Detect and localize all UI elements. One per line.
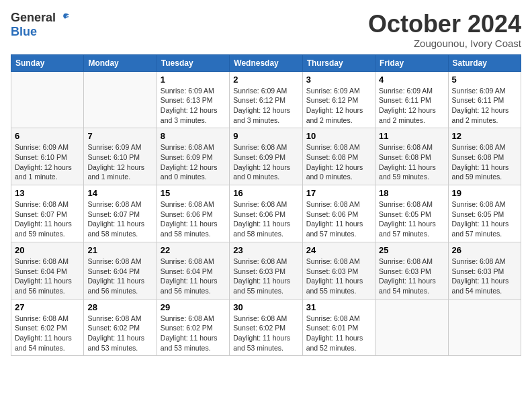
calendar-cell: 22Sunrise: 6:08 AM Sunset: 6:04 PM Dayli… [157,242,229,299]
calendar-cell: 29Sunrise: 6:08 AM Sunset: 6:02 PM Dayli… [157,299,229,356]
day-detail: Sunrise: 6:08 AM Sunset: 6:03 PM Dayligh… [452,257,517,296]
calendar-cell: 7Sunrise: 6:09 AM Sunset: 6:10 PM Daylig… [84,128,157,185]
day-detail: Sunrise: 6:09 AM Sunset: 6:10 PM Dayligh… [15,142,80,182]
day-detail: Sunrise: 6:08 AM Sunset: 6:02 PM Dayligh… [161,314,226,353]
day-number: 26 [452,245,517,255]
day-number: 25 [379,245,444,255]
day-number: 14 [87,188,152,198]
calendar-cell: 18Sunrise: 6:08 AM Sunset: 6:05 PM Dayli… [375,185,448,242]
calendar-week-row: 20Sunrise: 6:08 AM Sunset: 6:04 PM Dayli… [11,242,521,299]
day-detail: Sunrise: 6:08 AM Sunset: 6:06 PM Dayligh… [233,199,298,239]
day-detail: Sunrise: 6:09 AM Sunset: 6:12 PM Dayligh… [233,86,298,126]
day-number: 18 [379,188,444,198]
calendar-cell: 9Sunrise: 6:08 AM Sunset: 6:09 PM Daylig… [230,128,302,185]
day-detail: Sunrise: 6:08 AM Sunset: 6:07 PM Dayligh… [87,199,152,239]
day-detail: Sunrise: 6:08 AM Sunset: 6:04 PM Dayligh… [161,257,226,296]
day-number: 23 [233,245,298,255]
day-detail: Sunrise: 6:08 AM Sunset: 6:02 PM Dayligh… [87,314,152,353]
logo-blue-text: Blue [11,25,37,39]
day-detail: Sunrise: 6:08 AM Sunset: 6:09 PM Dayligh… [161,142,226,182]
calendar-cell: 24Sunrise: 6:08 AM Sunset: 6:03 PM Dayli… [302,242,375,299]
calendar-cell: 17Sunrise: 6:08 AM Sunset: 6:06 PM Dayli… [302,185,375,242]
weekday-header: Monday [84,54,157,71]
day-detail: Sunrise: 6:08 AM Sunset: 6:02 PM Dayligh… [233,314,298,353]
calendar-cell: 28Sunrise: 6:08 AM Sunset: 6:02 PM Dayli… [84,299,157,356]
calendar-body: 1Sunrise: 6:09 AM Sunset: 6:13 PM Daylig… [11,71,521,356]
day-detail: Sunrise: 6:08 AM Sunset: 6:01 PM Dayligh… [306,314,371,353]
calendar-cell: 30Sunrise: 6:08 AM Sunset: 6:02 PM Dayli… [230,299,302,356]
calendar-cell: 25Sunrise: 6:08 AM Sunset: 6:03 PM Dayli… [375,242,448,299]
day-number: 4 [379,75,444,85]
calendar-cell: 27Sunrise: 6:08 AM Sunset: 6:02 PM Dayli… [11,299,84,356]
calendar-cell: 2Sunrise: 6:09 AM Sunset: 6:12 PM Daylig… [230,71,302,128]
calendar-header: SundayMondayTuesdayWednesdayThursdayFrid… [11,54,521,71]
day-number: 2 [233,75,298,85]
day-number: 16 [233,188,298,198]
calendar-cell: 8Sunrise: 6:08 AM Sunset: 6:09 PM Daylig… [157,128,229,185]
title-area: October 2024 Zougounou, Ivory Coast [368,11,521,49]
day-number: 10 [306,131,371,141]
day-number: 17 [306,188,371,198]
month-title: October 2024 [368,11,521,38]
calendar-cell: 13Sunrise: 6:08 AM Sunset: 6:07 PM Dayli… [11,185,84,242]
day-detail: Sunrise: 6:08 AM Sunset: 6:03 PM Dayligh… [233,257,298,296]
day-detail: Sunrise: 6:08 AM Sunset: 6:06 PM Dayligh… [306,199,371,239]
day-number: 13 [15,188,80,198]
weekday-header: Wednesday [230,54,302,71]
day-number: 22 [161,245,226,255]
calendar-cell: 6Sunrise: 6:09 AM Sunset: 6:10 PM Daylig… [11,128,84,185]
day-detail: Sunrise: 6:08 AM Sunset: 6:05 PM Dayligh… [452,199,517,239]
day-detail: Sunrise: 6:09 AM Sunset: 6:11 PM Dayligh… [452,86,517,126]
calendar-cell: 4Sunrise: 6:09 AM Sunset: 6:11 PM Daylig… [375,71,448,128]
calendar-cell: 3Sunrise: 6:09 AM Sunset: 6:12 PM Daylig… [302,71,375,128]
weekday-header: Tuesday [157,54,229,71]
day-detail: Sunrise: 6:08 AM Sunset: 6:04 PM Dayligh… [15,257,80,296]
day-number: 5 [452,75,517,85]
calendar-cell [84,71,157,128]
calendar-week-row: 1Sunrise: 6:09 AM Sunset: 6:13 PM Daylig… [11,71,521,128]
day-number: 19 [452,188,517,198]
day-detail: Sunrise: 6:08 AM Sunset: 6:08 PM Dayligh… [306,142,371,182]
day-detail: Sunrise: 6:08 AM Sunset: 6:08 PM Dayligh… [379,142,444,182]
logo-general-text: General [11,11,56,25]
day-detail: Sunrise: 6:08 AM Sunset: 6:04 PM Dayligh… [87,257,152,296]
day-number: 11 [379,131,444,141]
day-detail: Sunrise: 6:09 AM Sunset: 6:11 PM Dayligh… [379,86,444,126]
day-number: 29 [161,302,226,312]
calendar-cell: 26Sunrise: 6:08 AM Sunset: 6:03 PM Dayli… [448,242,521,299]
day-detail: Sunrise: 6:08 AM Sunset: 6:03 PM Dayligh… [379,257,444,296]
calendar-cell: 10Sunrise: 6:08 AM Sunset: 6:08 PM Dayli… [302,128,375,185]
weekday-header: Saturday [448,54,521,71]
calendar-cell [375,299,448,356]
day-detail: Sunrise: 6:08 AM Sunset: 6:07 PM Dayligh… [15,199,80,239]
weekday-header: Thursday [302,54,375,71]
day-number: 15 [161,188,226,198]
calendar-cell [448,299,521,356]
calendar-cell: 19Sunrise: 6:08 AM Sunset: 6:05 PM Dayli… [448,185,521,242]
calendar-cell: 23Sunrise: 6:08 AM Sunset: 6:03 PM Dayli… [230,242,302,299]
day-detail: Sunrise: 6:09 AM Sunset: 6:10 PM Dayligh… [87,142,152,182]
header: General Blue October 2024 Zougounou, Ivo… [11,11,521,49]
calendar-cell: 11Sunrise: 6:08 AM Sunset: 6:08 PM Dayli… [375,128,448,185]
calendar-cell: 31Sunrise: 6:08 AM Sunset: 6:01 PM Dayli… [302,299,375,356]
day-detail: Sunrise: 6:09 AM Sunset: 6:12 PM Dayligh… [306,86,371,126]
day-detail: Sunrise: 6:08 AM Sunset: 6:05 PM Dayligh… [379,199,444,239]
day-number: 28 [87,302,152,312]
calendar-cell: 20Sunrise: 6:08 AM Sunset: 6:04 PM Dayli… [11,242,84,299]
day-number: 8 [161,131,226,141]
calendar-cell: 16Sunrise: 6:08 AM Sunset: 6:06 PM Dayli… [230,185,302,242]
day-detail: Sunrise: 6:08 AM Sunset: 6:08 PM Dayligh… [452,142,517,182]
day-detail: Sunrise: 6:08 AM Sunset: 6:02 PM Dayligh… [15,314,80,353]
calendar-cell [11,71,84,128]
day-detail: Sunrise: 6:08 AM Sunset: 6:03 PM Dayligh… [306,257,371,296]
logo: General Blue [11,11,71,39]
day-number: 12 [452,131,517,141]
day-detail: Sunrise: 6:08 AM Sunset: 6:09 PM Dayligh… [233,142,298,182]
day-number: 21 [87,245,152,255]
calendar-cell: 12Sunrise: 6:08 AM Sunset: 6:08 PM Dayli… [448,128,521,185]
day-number: 27 [15,302,80,312]
day-number: 7 [87,131,152,141]
calendar-cell: 15Sunrise: 6:08 AM Sunset: 6:06 PM Dayli… [157,185,229,242]
day-number: 24 [306,245,371,255]
calendar-week-row: 6Sunrise: 6:09 AM Sunset: 6:10 PM Daylig… [11,128,521,185]
